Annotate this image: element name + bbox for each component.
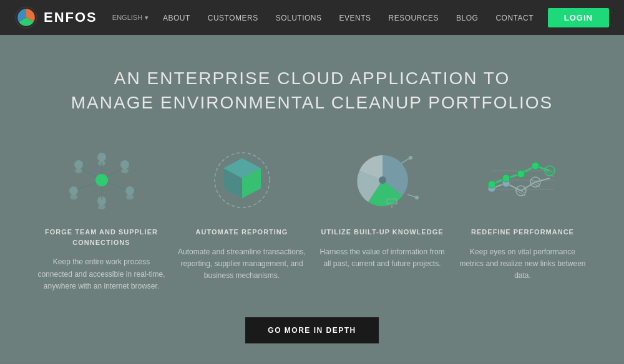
features-section: FORGE TEAM AND SUPPLIER CONNECTIONS Keep… xyxy=(37,146,587,292)
redefine-desc: Keep eyes on vital performance metrics a… xyxy=(459,246,587,282)
svg-line-29 xyxy=(407,194,416,197)
nav-contact[interactable]: CONTACT xyxy=(495,14,534,22)
svg-point-26 xyxy=(379,176,386,184)
forge-icon xyxy=(61,146,142,214)
main-nav: ABOUT CUSTOMERS SOLUTIONS EVENTS RESOURC… xyxy=(163,12,534,23)
feature-utilize: UTILIZE BUILT-UP KNOWLEDGE Harness the v… xyxy=(318,146,446,292)
utilize-icon xyxy=(342,146,423,214)
svg-line-16 xyxy=(107,183,126,189)
svg-point-15 xyxy=(126,194,134,199)
cta-button[interactable]: GO MORE IN DEPTH xyxy=(245,317,378,343)
nav-events[interactable]: EVENTS xyxy=(339,14,371,22)
nav-solutions[interactable]: SOLUTIONS xyxy=(276,14,322,22)
svg-point-9 xyxy=(121,168,129,173)
svg-point-18 xyxy=(98,204,105,209)
automate-desc: Automate and streamline transactions, re… xyxy=(178,246,306,282)
svg-point-11 xyxy=(69,186,78,195)
utilize-desc: Harness the value of information from al… xyxy=(318,246,446,270)
svg-point-30 xyxy=(415,196,419,199)
svg-point-44 xyxy=(488,181,495,188)
svg-point-5 xyxy=(74,160,83,169)
forge-title: FORGE TEAM AND SUPPLIER CONNECTIONS xyxy=(37,227,165,247)
login-button[interactable]: LOGIN xyxy=(548,8,609,27)
hero-title: AN ENTERPRISE CLOUD APPLICATION TO MANAG… xyxy=(37,66,587,115)
forge-desc: Keep the entire work process connected a… xyxy=(37,256,165,292)
svg-point-20 xyxy=(95,174,108,186)
utilize-title: UTILIZE BUILT-UP KNOWLEDGE xyxy=(321,227,443,237)
svg-point-47 xyxy=(532,162,539,170)
cta-area: GO MORE IN DEPTH xyxy=(37,317,587,343)
feature-automate: AUTOMATE REPORTING Automate and streamli… xyxy=(178,146,306,292)
feature-redefine: REDEFINE PERFORMANCE Keep eyes on vital … xyxy=(459,146,587,292)
redefine-icon xyxy=(482,146,563,214)
svg-line-27 xyxy=(401,158,409,163)
svg-point-8 xyxy=(120,160,129,169)
enfos-logo-icon xyxy=(15,6,37,29)
svg-line-10 xyxy=(107,170,122,177)
redefine-title: REDEFINE PERFORMANCE xyxy=(471,227,574,237)
svg-point-6 xyxy=(75,168,82,173)
svg-point-28 xyxy=(409,156,412,160)
automate-title: AUTOMATE REPORTING xyxy=(196,227,288,237)
svg-point-45 xyxy=(502,175,510,182)
language-label: ENGLISH xyxy=(112,14,142,21)
svg-point-12 xyxy=(70,194,77,199)
svg-point-14 xyxy=(125,186,134,195)
automate-icon xyxy=(202,146,283,214)
feature-forge: FORGE TEAM AND SUPPLIER CONNECTIONS Keep… xyxy=(37,146,165,292)
language-selector[interactable]: ENGLISH ▾ xyxy=(112,14,149,22)
nav-about[interactable]: ABOUT xyxy=(163,14,190,22)
nav-customers[interactable]: CUSTOMERS xyxy=(208,14,258,22)
nav-blog[interactable]: BLOG xyxy=(456,14,478,22)
svg-line-7 xyxy=(82,170,97,177)
chevron-down-icon: ▾ xyxy=(145,14,149,22)
svg-point-46 xyxy=(517,170,525,178)
svg-line-13 xyxy=(77,183,97,189)
svg-point-2 xyxy=(97,153,106,161)
logo-text: ENFOS xyxy=(44,9,97,26)
nav-resources[interactable]: RESOURCES xyxy=(389,14,439,22)
